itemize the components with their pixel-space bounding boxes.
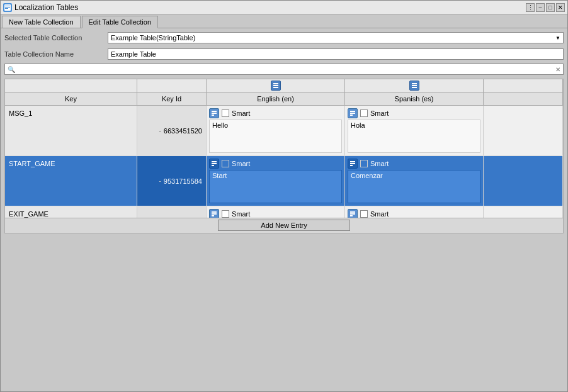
smart-check-en-exit[interactable] xyxy=(222,210,229,218)
selected-collection-value: Example Table(StringTable) ▼ xyxy=(108,32,564,43)
row-extra-exit xyxy=(484,206,563,218)
minimize-button[interactable]: – xyxy=(536,3,545,12)
title-bar-controls: ⋮ – □ ✕ xyxy=(526,3,565,12)
row-id-start: - 9531715584 xyxy=(137,156,207,206)
search-bar: 🔍 ✕ xyxy=(4,64,564,75)
cell-text-en-msg1[interactable] xyxy=(209,120,342,153)
cell-toolbar-es-msg1: Smart xyxy=(348,108,480,118)
smart-check-en-msg1[interactable] xyxy=(222,109,229,117)
title-bar-left: Localization Tables xyxy=(3,3,78,12)
row-key-exit: EXIT_GAME xyxy=(5,206,137,218)
svg-rect-13 xyxy=(350,111,355,112)
column-header-extra xyxy=(484,92,563,105)
tab-new-table[interactable]: New Table Collection xyxy=(2,16,81,28)
add-entry-row: Add New Entry xyxy=(5,218,563,233)
svg-rect-15 xyxy=(350,115,353,116)
tab-edit-table[interactable]: Edit Table Collection xyxy=(82,16,158,28)
bottom-spacer xyxy=(4,236,564,389)
main-window: Localization Tables ⋮ – □ ✕ New Table Co… xyxy=(0,0,568,392)
spanish-settings-icon[interactable] xyxy=(409,81,419,91)
table-column-headers: Key Key Id English (en) Spanish (es) xyxy=(5,92,563,106)
svg-rect-27 xyxy=(350,215,353,216)
svg-rect-6 xyxy=(273,87,278,88)
svg-rect-17 xyxy=(212,163,217,164)
svg-rect-3 xyxy=(5,8,8,9)
cell-text-es-msg1[interactable] xyxy=(348,120,480,153)
selected-collection-row: Selected Table Collection Example Table(… xyxy=(4,31,564,45)
header-top-key xyxy=(5,79,137,92)
cell-es-icon-exit[interactable] xyxy=(348,209,358,218)
smart-check-es-msg1[interactable] xyxy=(360,109,368,117)
column-header-spanish: Spanish (es) xyxy=(345,92,484,105)
table-row[interactable]: START_GAME - 9531715584 Smart xyxy=(5,156,563,206)
svg-rect-25 xyxy=(350,211,355,213)
window-title: Localization Tables xyxy=(14,3,78,12)
menu-button[interactable]: ⋮ xyxy=(526,3,535,12)
cell-en-icon-exit[interactable] xyxy=(209,209,219,218)
row-key-start: START_GAME xyxy=(5,156,137,206)
close-button[interactable]: ✕ xyxy=(556,3,565,12)
svg-rect-1 xyxy=(5,6,10,6)
svg-rect-16 xyxy=(212,161,217,162)
cell-text-es-start[interactable] xyxy=(348,170,480,203)
column-header-key: Key xyxy=(5,92,137,105)
svg-rect-10 xyxy=(212,111,217,112)
dropdown-arrow-icon: ▼ xyxy=(555,35,560,41)
row-key-msg1: MSG_1 xyxy=(5,106,137,155)
header-top-keyid xyxy=(137,79,207,92)
collection-name-label: Table Collection Name xyxy=(4,50,105,58)
search-input[interactable] xyxy=(18,65,555,73)
maximize-button[interactable]: □ xyxy=(546,3,555,12)
svg-rect-14 xyxy=(350,113,355,114)
collection-dropdown[interactable]: Example Table(StringTable) ▼ xyxy=(108,32,564,43)
row-id-exit: - 15160471552 xyxy=(137,206,207,218)
row-cell-es-exit: Smart xyxy=(345,206,484,218)
smart-check-es-start[interactable] xyxy=(360,160,368,167)
collection-name-row: Table Collection Name xyxy=(4,47,564,61)
english-settings-icon[interactable] xyxy=(271,81,281,91)
smart-check-en-start[interactable] xyxy=(222,160,229,167)
localization-table: Key Key Id English (en) Spanish (es) xyxy=(4,79,564,233)
smart-label-en-msg1: Smart xyxy=(232,109,250,117)
svg-rect-19 xyxy=(350,161,355,162)
cell-toolbar-es-start: Smart xyxy=(348,159,480,169)
row-cell-es-start: Smart xyxy=(345,156,484,206)
smart-label-en-start: Smart xyxy=(232,160,250,167)
svg-rect-20 xyxy=(350,163,355,164)
column-header-english: English (en) xyxy=(207,92,345,105)
svg-rect-5 xyxy=(273,85,278,86)
svg-rect-4 xyxy=(273,83,278,84)
svg-rect-9 xyxy=(412,87,417,88)
search-clear-icon[interactable]: ✕ xyxy=(555,66,560,73)
header-top-extra xyxy=(484,79,563,92)
row-cell-en-msg1: Smart xyxy=(207,106,345,155)
cell-toolbar-en-exit: Smart xyxy=(209,209,342,218)
add-new-entry-button[interactable]: Add New Entry xyxy=(218,220,350,231)
cell-en-icon-msg1[interactable] xyxy=(209,108,219,118)
smart-label-es-msg1: Smart xyxy=(370,109,389,117)
column-header-keyid: Key Id xyxy=(137,92,207,105)
table-row[interactable]: MSG_1 - 6633451520 Smart xyxy=(5,106,563,156)
title-bar: Localization Tables ⋮ – □ ✕ xyxy=(1,1,567,14)
row-extra-start xyxy=(484,156,563,206)
cell-toolbar-es-exit: Smart xyxy=(348,209,480,218)
svg-rect-2 xyxy=(5,7,10,8)
cell-en-icon-start[interactable] xyxy=(209,159,219,169)
cell-text-en-start[interactable] xyxy=(209,170,342,203)
svg-rect-8 xyxy=(412,85,417,86)
svg-rect-7 xyxy=(412,83,417,84)
cell-es-icon-start[interactable] xyxy=(348,159,358,169)
collection-name-input[interactable] xyxy=(108,48,564,60)
header-top-spanish xyxy=(345,79,484,92)
smart-check-es-exit[interactable] xyxy=(360,210,368,218)
cell-es-icon-msg1[interactable] xyxy=(348,108,358,118)
svg-rect-12 xyxy=(212,115,214,116)
row-id-msg1: - 6633451520 xyxy=(137,106,207,155)
collection-dropdown-value: Example Table(StringTable) xyxy=(111,34,195,42)
table-row[interactable]: EXIT_GAME - 15160471552 Smart xyxy=(5,206,563,218)
row-cell-es-msg1: Smart xyxy=(345,106,484,155)
search-icon: 🔍 xyxy=(8,66,15,73)
row-minus-icon: - xyxy=(159,127,161,134)
tab-bar: New Table Collection Edit Table Collecti… xyxy=(1,14,567,28)
smart-label-es-start: Smart xyxy=(370,160,389,167)
